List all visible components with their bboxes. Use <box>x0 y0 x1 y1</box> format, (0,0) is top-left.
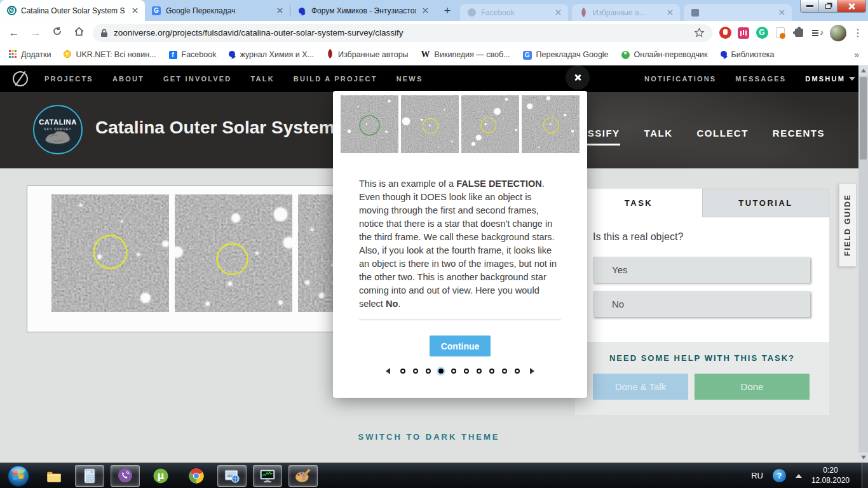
pagination-dot[interactable] <box>477 369 482 374</box>
feather-favicon <box>578 8 588 18</box>
task-help-link[interactable]: NEED SOME HELP WITH THIS TASK? <box>593 353 811 363</box>
nav-item-news[interactable]: NEWS <box>397 75 423 83</box>
background-tab[interactable]: Избранные а... <box>572 4 680 21</box>
taskbar-chrome-button[interactable] <box>182 465 211 487</box>
bookmark-star-icon[interactable] <box>694 27 705 38</box>
bookmark-item[interactable]: *Онлайн-переводчик <box>621 50 708 59</box>
pagination-dot[interactable] <box>400 369 405 374</box>
nav-item-get-involved[interactable]: GET INVOLVED <box>163 75 231 83</box>
pagination-dot[interactable] <box>451 369 456 374</box>
nav-item-projects[interactable]: PROJECTS <box>44 75 93 83</box>
continue-button[interactable]: Continue <box>430 336 491 356</box>
taskbar-paint-button[interactable] <box>288 465 318 487</box>
extension-hand-red-icon[interactable] <box>719 27 731 39</box>
taskbar-calculator-button[interactable]: 0 <box>75 465 104 487</box>
tab-task[interactable]: TASK <box>575 189 702 217</box>
window-minimize-button[interactable] <box>801 0 819 12</box>
extension-doc-orange-icon[interactable] <box>774 27 787 39</box>
tab-close-icon[interactable] <box>665 8 675 18</box>
taskbar-explorer-button[interactable] <box>39 465 69 487</box>
tab-close-icon[interactable] <box>776 8 787 18</box>
pagination-dot[interactable] <box>502 369 507 374</box>
scrollbar-down-arrow[interactable] <box>858 452 868 463</box>
task-footer: NEED SOME HELP WITH THIS TASK? Done & Ta… <box>575 342 829 415</box>
scrollbar-thumb[interactable] <box>860 77 867 159</box>
bookmark-item[interactable]: Избранные авторы <box>327 50 409 59</box>
nav-item-talk[interactable]: TALK <box>251 75 275 83</box>
pagination-dot[interactable] <box>426 369 431 374</box>
field-guide-tab[interactable]: FIELD GUIDE <box>839 183 857 267</box>
window-close-button[interactable] <box>837 0 865 12</box>
pagination-dot[interactable] <box>464 369 469 374</box>
answer-button-no[interactable]: No <box>593 291 810 317</box>
window-restore-button[interactable] <box>819 0 837 12</box>
browser-tab[interactable]: ØCatalina Outer Solar System Surv <box>0 0 145 21</box>
bookmark-item[interactable]: журнал Химия и Х... <box>229 50 314 59</box>
done-and-talk-button[interactable]: Done & Talk <box>593 374 688 400</box>
pagination-dot[interactable] <box>515 369 520 374</box>
tab-tutorial[interactable]: TUTORIAL <box>702 189 829 217</box>
extension-playlist-icon[interactable] <box>811 27 824 39</box>
tray-clock[interactable]: 0:20 12.08.2020 <box>811 466 850 485</box>
nav-item-build-a-project[interactable]: BUILD A PROJECT <box>294 75 377 83</box>
tab-close-icon[interactable] <box>275 6 285 16</box>
pagination-dot[interactable] <box>489 369 494 374</box>
pagination-dot[interactable] <box>413 369 418 374</box>
svg-text:SKY SURVEY: SKY SURVEY <box>44 127 72 131</box>
background-tab[interactable]: Facebook <box>460 4 568 21</box>
task-panel: TASKTUTORIAL Is this a real object? YesN… <box>575 189 829 415</box>
show-desktop-button[interactable] <box>862 463 868 488</box>
browser-tab[interactable]: Форум Химиков - Энтузиастов. <box>290 0 435 21</box>
project-tab-talk[interactable]: TALK <box>644 128 673 146</box>
back-button[interactable]: ← <box>6 27 22 39</box>
extension-g-green-icon[interactable]: G <box>756 27 768 39</box>
bookmark-item[interactable]: UKR.NET: Всі новин... <box>64 50 156 60</box>
bookmark-item[interactable]: Библиотека <box>721 50 775 59</box>
project-tab-collect[interactable]: COLLECT <box>696 128 748 146</box>
start-button[interactable] <box>4 465 33 487</box>
bookmark-item[interactable]: fFacebook <box>169 50 217 59</box>
browser-menu-button[interactable]: ⋮ <box>853 27 862 39</box>
bookmark-item[interactable]: WВикипедия — своб... <box>421 50 510 59</box>
extension-puzzle-icon[interactable] <box>792 27 805 39</box>
pagination-next-arrow[interactable] <box>530 368 534 374</box>
new-tab-button[interactable]: + <box>439 3 456 19</box>
nav-item-notifications[interactable]: NOTIFICATIONS <box>644 75 716 83</box>
profile-avatar[interactable] <box>830 25 846 41</box>
switch-theme-link[interactable]: SWITCH TO DARK THEME <box>0 432 858 442</box>
modal-close-button[interactable] <box>566 65 590 90</box>
taskbar-system-monitor-button[interactable] <box>253 465 282 487</box>
forward-button[interactable]: → <box>28 27 43 39</box>
language-indicator[interactable]: RU <box>751 471 763 480</box>
bookmark-item[interactable]: GПерекладач Google <box>523 50 609 60</box>
pagination-prev-arrow[interactable] <box>386 368 390 374</box>
nav-item-messages[interactable]: MESSAGES <box>735 75 786 83</box>
answer-button-yes[interactable]: Yes <box>593 257 810 283</box>
bookmarks-overflow-chevron[interactable]: » <box>854 50 859 60</box>
background-tab[interactable] <box>684 4 792 21</box>
browser-tab[interactable]: GGoogle Перекладач <box>145 0 290 21</box>
tray-expand-arrow[interactable] <box>796 474 802 478</box>
taskbar-image-viewer-button[interactable] <box>217 465 247 487</box>
comma-icon <box>229 50 235 59</box>
page-scrollbar[interactable] <box>858 65 868 463</box>
nav-item-about[interactable]: ABOUT <box>112 75 144 83</box>
project-tab-recents[interactable]: RECENTS <box>773 128 825 146</box>
pagination-dot-active[interactable] <box>438 369 444 374</box>
taskbar-utorrent-button[interactable]: µ <box>146 465 175 487</box>
catalina-sky-survey-logo[interactable]: CATALINA SKY SURVEY <box>32 104 84 156</box>
extension-bars-pink-icon[interactable] <box>737 27 750 39</box>
done-button[interactable]: Done <box>695 374 810 400</box>
address-bar[interactable]: zooniverse.org/projects/fulsdavid/catali… <box>93 24 712 42</box>
user-menu[interactable]: DMSHUM <box>805 75 855 83</box>
reload-button[interactable] <box>50 26 65 39</box>
scrollbar-up-arrow[interactable] <box>858 65 868 76</box>
tab-close-icon[interactable] <box>420 6 430 16</box>
bookmark-item[interactable]: Додатки <box>9 50 51 60</box>
tab-close-icon[interactable] <box>553 8 563 18</box>
help-tray-icon[interactable]: ? <box>773 469 786 482</box>
home-button[interactable] <box>71 26 86 40</box>
taskbar-viber-button[interactable] <box>111 465 140 487</box>
tab-close-icon[interactable] <box>130 6 140 16</box>
zooniverse-logo-icon[interactable] <box>13 71 28 86</box>
